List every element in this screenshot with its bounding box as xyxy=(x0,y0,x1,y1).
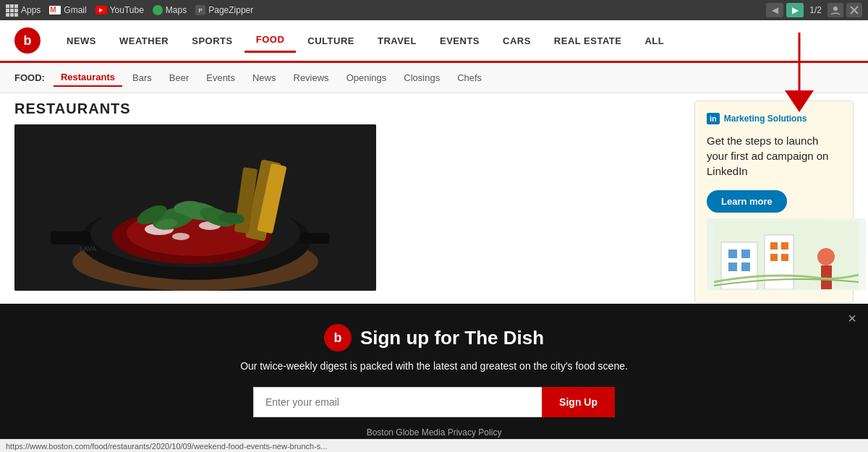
sub-nav-restaurants[interactable]: Restaurants xyxy=(54,69,122,87)
nav-culture[interactable]: CULTURE xyxy=(296,30,366,52)
nav-food[interactable]: FOOD xyxy=(244,28,297,53)
article-title: RESTAURANTS xyxy=(14,101,680,117)
site-nav: NEWS WEATHER SPORTS FOOD CULTURE TRAVEL … xyxy=(55,28,854,53)
svg-rect-36 xyxy=(770,254,778,261)
svg-point-38 xyxy=(817,248,835,265)
sub-nav-bars[interactable]: Bars xyxy=(125,69,159,86)
popup-header: b Sign up for The Dish xyxy=(181,324,687,351)
sub-nav-label: FOOD: xyxy=(14,72,45,83)
linkedin-ad-container: in Marketing Solutions Get the steps to … xyxy=(694,101,854,303)
maps-button[interactable]: Maps xyxy=(153,5,187,15)
person-icon xyxy=(830,5,841,15)
sub-nav-beer[interactable]: Beer xyxy=(162,69,196,86)
main-content: b NEWS WEATHER SPORTS FOOD CULTURE TRAVE… xyxy=(0,20,868,303)
sub-nav: FOOD: Restaurants Bars Beer Events News … xyxy=(0,63,868,93)
apps-grid-icon xyxy=(6,4,18,17)
page-count: 1/2 xyxy=(807,5,825,15)
toolbar-icon-1[interactable] xyxy=(827,3,843,17)
svg-rect-37 xyxy=(781,254,788,261)
svg-rect-33 xyxy=(765,235,793,289)
status-url: https://www.boston.com/food/restaurants/… xyxy=(6,442,328,451)
maps-icon xyxy=(153,5,163,15)
status-bar: https://www.boston.com/food/restaurants/… xyxy=(0,439,868,452)
svg-point-0 xyxy=(833,7,838,11)
svg-point-16 xyxy=(172,233,190,240)
youtube-label: YouTube xyxy=(110,5,144,15)
popup-content: b Sign up for The Dish Our twice-weekly … xyxy=(181,324,687,438)
nav-cars[interactable]: CARS xyxy=(491,30,542,52)
back-button[interactable]: ◀ xyxy=(766,3,783,17)
toolbar-right: ◀ ▶ 1/2 xyxy=(766,3,862,17)
nav-all[interactable]: ALL xyxy=(633,30,676,52)
email-input[interactable] xyxy=(253,387,542,417)
popup-description: Our twice-weekly digest is packed with t… xyxy=(181,359,687,374)
popup-close-button[interactable]: × xyxy=(848,311,856,325)
browser-toolbar: Apps Gmail YouTube Maps P PageZipper ◀ ▶… xyxy=(0,0,868,20)
maps-label: Maps xyxy=(166,5,187,15)
apps-button[interactable]: Apps xyxy=(6,4,41,17)
apps-label: Apps xyxy=(21,5,41,15)
sub-nav-reviews[interactable]: Reviews xyxy=(286,69,336,86)
forward-button[interactable]: ▶ xyxy=(786,3,804,17)
svg-rect-10 xyxy=(300,233,329,244)
nav-real-estate[interactable]: REAL ESTATE xyxy=(542,30,634,52)
site-logo[interactable]: b xyxy=(14,27,41,54)
sub-nav-events[interactable]: Events xyxy=(199,69,242,86)
page-body: RESTAURANTS LAVA xyxy=(0,93,868,303)
sub-nav-openings[interactable]: Openings xyxy=(339,69,394,86)
nav-events[interactable]: EVENTS xyxy=(428,30,491,52)
nav-travel[interactable]: TRAVEL xyxy=(366,30,428,52)
svg-rect-34 xyxy=(770,242,778,250)
close-icon xyxy=(849,5,859,15)
popup-logo: b xyxy=(324,324,352,351)
popup-form: Sign Up xyxy=(253,387,615,417)
svg-rect-32 xyxy=(741,263,750,271)
svg-rect-29 xyxy=(728,250,737,258)
signup-popup: × b Sign up for The Dish Our twice-weekl… xyxy=(0,304,868,452)
article-image: LAVA xyxy=(14,124,376,291)
youtube-icon xyxy=(95,6,107,14)
site-header: b NEWS WEATHER SPORTS FOOD CULTURE TRAVE… xyxy=(0,20,868,63)
pagez-label: PageZipper xyxy=(208,5,253,15)
sidebar-ad: in Marketing Solutions Get the steps to … xyxy=(680,93,854,303)
ad-illustration xyxy=(707,218,866,291)
linkedin-marketing-label: Marketing Solutions xyxy=(724,114,807,124)
pagez-button[interactable]: P PageZipper xyxy=(195,5,253,15)
gmail-button[interactable]: Gmail xyxy=(49,5,86,15)
linkedin-logo: in xyxy=(707,113,720,124)
nav-weather[interactable]: WEATHER xyxy=(108,30,180,52)
youtube-button[interactable]: YouTube xyxy=(95,5,144,15)
linkedin-header: in Marketing Solutions xyxy=(707,113,841,124)
svg-text:LAVA: LAVA xyxy=(80,245,97,252)
ad-illustration-svg xyxy=(714,221,859,289)
nav-news[interactable]: NEWS xyxy=(55,30,108,52)
signup-button[interactable]: Sign Up xyxy=(542,387,615,417)
pagez-icon: P xyxy=(195,5,205,15)
svg-rect-35 xyxy=(781,242,788,250)
sub-nav-closings[interactable]: Closings xyxy=(396,69,447,86)
svg-rect-9 xyxy=(51,231,90,244)
sub-nav-news[interactable]: News xyxy=(245,69,284,86)
svg-rect-30 xyxy=(741,250,750,258)
nav-sports[interactable]: SPORTS xyxy=(180,30,244,52)
gmail-label: Gmail xyxy=(64,5,86,15)
sub-nav-chefs[interactable]: Chefs xyxy=(450,69,489,86)
gmail-icon xyxy=(49,6,61,14)
ad-text: Get the steps to launch your first ad ca… xyxy=(707,133,841,179)
food-image-svg: LAVA xyxy=(14,124,376,291)
learn-more-button[interactable]: Learn more xyxy=(707,190,787,213)
popup-title: Sign up for The Dish xyxy=(360,327,544,349)
svg-rect-39 xyxy=(821,265,832,289)
article-area: RESTAURANTS LAVA xyxy=(14,93,680,303)
svg-rect-31 xyxy=(728,263,737,271)
privacy-text: Boston Globe Media Privacy Policy xyxy=(181,427,687,438)
toolbar-icon-2[interactable] xyxy=(846,3,862,17)
